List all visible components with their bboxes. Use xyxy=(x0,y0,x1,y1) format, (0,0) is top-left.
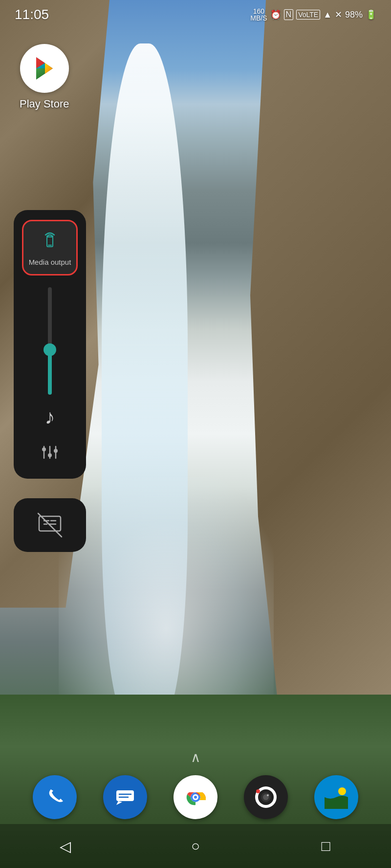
svg-marker-3 xyxy=(45,63,53,74)
slider-fill xyxy=(48,350,52,395)
svg-point-30 xyxy=(267,794,269,796)
status-bar: 11:05 160MB/S ⏰ N VoLTE ▲ ✕ 98% 🔋 xyxy=(0,0,391,29)
svg-point-33 xyxy=(338,787,346,795)
dock-camera[interactable] xyxy=(244,775,288,819)
battery-text: 98% xyxy=(345,10,363,20)
equalizer-icon xyxy=(40,443,60,462)
volte-icon: VoLTE xyxy=(296,10,320,20)
home-button[interactable]: ○ xyxy=(181,831,210,861)
swipe-up-indicator: ∧ xyxy=(191,749,201,765)
play-store-app[interactable]: Play Store xyxy=(20,44,69,110)
media-output-button[interactable]: Media output xyxy=(22,220,78,275)
svg-point-9 xyxy=(48,453,52,457)
svg-rect-18 xyxy=(116,790,134,801)
play-store-label: Play Store xyxy=(20,98,69,110)
battery-icon: 🔋 xyxy=(366,9,376,20)
status-time: 11:05 xyxy=(15,7,49,22)
dock-messages[interactable] xyxy=(103,775,147,819)
status-icons: 160MB/S ⏰ N VoLTE ▲ ✕ 98% 🔋 xyxy=(250,8,376,21)
cast-panel[interactable] xyxy=(14,498,86,552)
dock-phone[interactable] xyxy=(33,775,77,819)
dock-scenes[interactable] xyxy=(314,775,358,819)
app-dock xyxy=(0,775,391,819)
play-store-circle xyxy=(20,44,69,93)
media-output-label: Media output xyxy=(29,258,71,266)
camera-icon xyxy=(254,785,278,809)
data-speed-icon: 160MB/S xyxy=(250,8,267,21)
dock-chrome[interactable] xyxy=(174,775,217,819)
alarm-icon: ⏰ xyxy=(270,9,281,20)
play-store-logo xyxy=(30,54,59,83)
nfc-icon: N xyxy=(284,9,294,20)
chrome-icon xyxy=(184,785,207,809)
svg-point-31 xyxy=(256,789,260,793)
phone-icon xyxy=(43,785,66,809)
svg-point-7 xyxy=(42,447,46,451)
equalizer-button[interactable] xyxy=(35,438,65,467)
scenes-icon xyxy=(325,785,348,809)
slider-track xyxy=(48,287,52,395)
subtitle-off-icon xyxy=(36,511,64,539)
network-icon: ✕ xyxy=(335,9,342,20)
chevron-up-icon: ∧ xyxy=(191,750,201,765)
media-output-icon xyxy=(39,230,61,254)
slider-thumb xyxy=(43,343,56,356)
music-note-button[interactable]: ♪ xyxy=(35,402,65,432)
messages-icon xyxy=(113,785,137,809)
volume-panel: Media output ♪ xyxy=(14,210,86,479)
recents-button[interactable]: □ xyxy=(311,831,341,861)
signal-icon: ▲ xyxy=(323,10,332,20)
back-button[interactable]: ◁ xyxy=(50,831,80,861)
svg-point-25 xyxy=(194,796,197,799)
music-note-icon: ♪ xyxy=(45,405,55,429)
nav-bar: ◁ ○ □ xyxy=(0,824,391,868)
svg-point-11 xyxy=(54,449,58,453)
volume-slider[interactable] xyxy=(40,287,60,395)
